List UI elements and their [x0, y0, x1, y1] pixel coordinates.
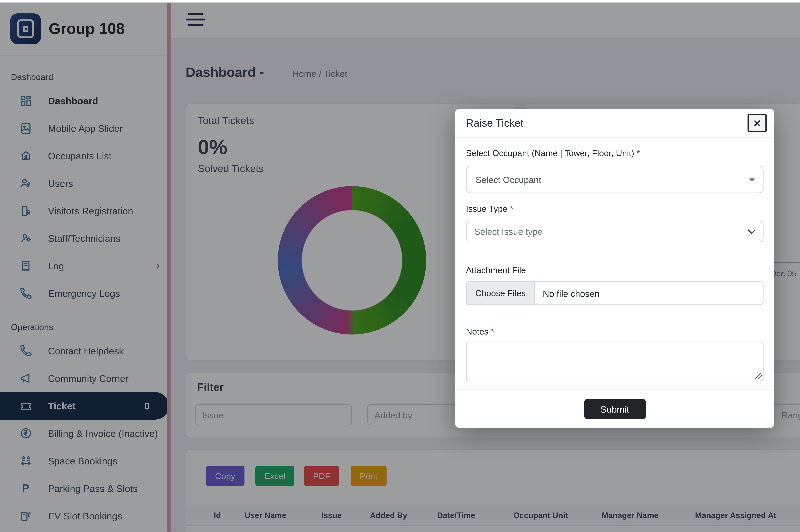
notes-field-label: Notes *	[466, 327, 764, 337]
modal-header: Raise Ticket ✕	[455, 109, 775, 137]
required-asterisk: *	[637, 148, 640, 158]
app-viewport: Group 108 Dashboard Dashboard Mobile App…	[0, 0, 800, 532]
occupant-select-value: Select Occupant	[476, 174, 541, 185]
file-chosen-text: No file chosen	[535, 282, 599, 304]
notes-textarea[interactable]	[466, 342, 764, 381]
resize-handle-icon[interactable]	[755, 373, 762, 379]
required-asterisk: *	[510, 204, 513, 214]
issue-type-field-label: Issue Type *	[466, 204, 764, 214]
choose-files-button[interactable]: Choose Files	[467, 282, 535, 304]
issue-type-select[interactable]: Select Issue type	[466, 221, 764, 242]
submit-button[interactable]: Submit	[584, 399, 646, 419]
close-button[interactable]: ✕	[747, 114, 767, 132]
modal-footer: Submit	[455, 390, 775, 428]
required-asterisk: *	[491, 327, 494, 337]
caret-down-icon	[749, 178, 755, 182]
close-icon: ✕	[753, 117, 761, 129]
occupant-field-label: Select Occupant (Name | Tower, Floor, Un…	[466, 148, 764, 158]
chevron-down-icon	[747, 229, 756, 235]
attachment-file-input[interactable]: Choose Files No file chosen	[466, 281, 764, 305]
modal-title: Raise Ticket	[466, 117, 523, 129]
browser-top-strip	[0, 0, 800, 3]
occupant-select[interactable]: Select Occupant	[466, 166, 764, 193]
raise-ticket-modal: Raise Ticket ✕ Select Occupant (Name | T…	[455, 109, 775, 428]
attachment-field-label: Attachment File	[466, 265, 764, 275]
issue-type-select-value: Select Issue type	[474, 226, 543, 237]
modal-body: Select Occupant (Name | Tower, Floor, Un…	[455, 137, 775, 392]
